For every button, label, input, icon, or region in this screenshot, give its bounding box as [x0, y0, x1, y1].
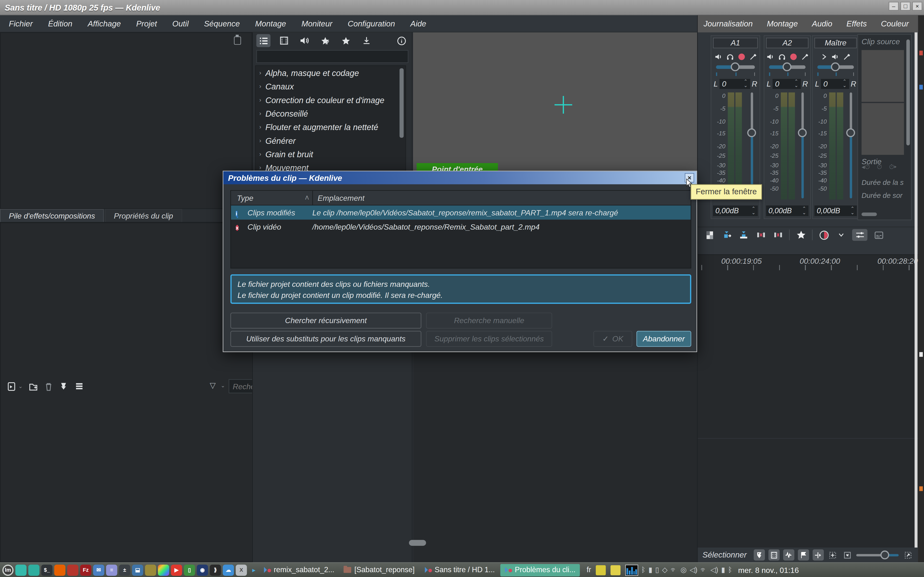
video-thumbnails-icon[interactable] [768, 550, 779, 561]
tab-audio[interactable]: Audio [812, 19, 832, 28]
screenshot-icon[interactable]: ⬓ [132, 564, 144, 575]
close-button[interactable]: × [912, 2, 922, 11]
zoom-fit-icon[interactable] [902, 550, 913, 561]
right-scrollbar[interactable] [914, 32, 918, 548]
filezilla-icon[interactable]: Fz [80, 564, 91, 575]
fx-category[interactable]: ›Alpha, masque et codage [256, 66, 405, 79]
scanner-icon[interactable]: ▯ [184, 564, 195, 575]
track-name[interactable]: A1 [713, 38, 758, 48]
qr-app-icon[interactable] [67, 564, 78, 575]
show-mixer-button[interactable] [852, 229, 867, 241]
usb-writer-icon[interactable] [145, 564, 156, 575]
search-recursively-button[interactable]: Chercher récursivement [231, 313, 421, 329]
menu-projet[interactable]: Projet [136, 19, 157, 28]
color-picker-icon[interactable] [158, 564, 169, 575]
pan-knob[interactable] [731, 63, 740, 71]
create-clip-icon[interactable] [6, 382, 16, 391]
menu-moniteur[interactable]: Moniteur [302, 19, 333, 28]
transitions-icon[interactable] [277, 34, 291, 47]
menu-affichage[interactable]: Affichage [87, 19, 121, 28]
menu-fichier[interactable]: Fichier [9, 19, 33, 28]
taskbar-window-folder[interactable]: [Sabatot_reponse] [340, 564, 419, 576]
subtitle-icon[interactable] [873, 229, 885, 241]
source-scrollbar[interactable] [906, 39, 910, 145]
battery-icon[interactable]: ▮ [721, 566, 725, 574]
sort-indicator-icon[interactable]: ᐱ [305, 195, 309, 201]
filter-chevron-icon[interactable]: ⌄ [221, 383, 225, 388]
custom-effects-icon[interactable] [318, 34, 332, 47]
tab-effets[interactable]: Effets [846, 19, 867, 28]
insert-zone-icon[interactable] [720, 229, 732, 241]
clip-source-title[interactable]: Clip source [858, 35, 911, 47]
effects-search-input[interactable] [256, 50, 408, 63]
panel-pill[interactable] [861, 213, 877, 216]
spin-arrows-icon[interactable]: ⌃⌄ [802, 207, 806, 215]
track-name[interactable]: A2 [766, 38, 809, 48]
chevron-down-icon[interactable] [835, 229, 847, 241]
zone-out-icon[interactable]: ⏱▸ [889, 163, 897, 171]
pan-value-box[interactable]: 0⌃⌄ [821, 79, 849, 89]
table-row[interactable]: i Clips modifiés Le clip /home/lep0le/Vi… [231, 206, 691, 220]
fx-category[interactable]: ›Correction de couleur et d'image [256, 93, 405, 106]
mute-icon[interactable] [766, 53, 773, 60]
clipboard-icon[interactable] [234, 37, 241, 45]
favorite-effects-icon[interactable] [795, 229, 807, 241]
timeline-ruler[interactable]: 00:00:19:05 00:00:24:00 00:00:28:20 [698, 255, 918, 270]
remove-selected-button[interactable]: Supprimer les clips sélectionnés [426, 331, 552, 347]
tab-couleur[interactable]: Couleur [881, 19, 909, 28]
solo-headphones-icon[interactable] [778, 53, 785, 60]
pan-knob[interactable] [831, 63, 840, 71]
files-icon[interactable] [28, 564, 40, 575]
snap-icon[interactable] [813, 550, 824, 561]
battery-icon[interactable]: ▮ [648, 566, 652, 574]
clipboard-tray-icon[interactable]: ▯ [655, 566, 659, 574]
tab-effect-stack[interactable]: Pile d'effets/compositions [0, 209, 104, 222]
bin-menu-icon[interactable] [74, 382, 84, 391]
tag-icon[interactable] [59, 382, 69, 391]
effects-scrollbar[interactable] [399, 68, 404, 138]
media-player-icon[interactable]: ▶ [171, 564, 182, 575]
maximize-button[interactable]: □ [900, 2, 911, 11]
nvidia-icon[interactable]: ◎ [680, 566, 687, 574]
effects-wand-icon[interactable] [801, 53, 808, 60]
pan-knob[interactable] [782, 63, 792, 71]
window-titlebar[interactable]: Sans titre / HD 1080p 25 fps — Kdenlive … [0, 0, 924, 15]
info-icon[interactable] [394, 34, 408, 47]
timeline-tracks[interactable] [698, 270, 918, 548]
zone-in-icon[interactable]: ◂⏱ [861, 163, 870, 171]
track-compositing-icon[interactable] [704, 229, 716, 241]
spin-arrows-icon[interactable]: ⌃⌄ [743, 80, 747, 88]
volume-icon[interactable]: ◁) [710, 566, 718, 574]
taskbar-window-problemes[interactable]: Problèmes du cli... [500, 564, 580, 576]
wifi-icon[interactable]: ᯤ [701, 566, 708, 574]
pan-slider[interactable] [817, 65, 854, 69]
menu-sequence[interactable]: Séquence [204, 19, 240, 28]
spin-arrows-icon[interactable]: ⌃⌄ [851, 207, 855, 215]
menu-montage[interactable]: Montage [255, 19, 286, 28]
download-icon[interactable] [360, 34, 374, 47]
record-icon[interactable] [790, 53, 796, 60]
system-monitor-tray-icon[interactable] [625, 564, 638, 575]
fit-zoom-icon[interactable] [827, 550, 838, 561]
firefox-icon[interactable] [54, 564, 65, 575]
tab-montage[interactable]: Montage [767, 19, 798, 28]
show-desktop-icon[interactable] [15, 564, 27, 575]
favorites-icon[interactable] [339, 34, 353, 47]
marker-flag-icon[interactable] [798, 550, 809, 561]
files-tray-icon[interactable] [611, 565, 620, 575]
shield-icon[interactable]: ◇ [662, 566, 668, 574]
column-type[interactable]: Type ᐱ [231, 193, 312, 202]
overwrite-zone-icon[interactable] [738, 229, 750, 241]
minimize-button[interactable]: – [888, 2, 899, 11]
menu-aide[interactable]: Aide [410, 19, 426, 28]
spin-arrows-icon[interactable]: ⌃⌄ [794, 80, 798, 88]
project-bin-panel[interactable] [0, 32, 252, 209]
display-ruler-tray-icon[interactable] [596, 565, 606, 575]
pan-value-box[interactable]: 0⌃⌄ [720, 79, 750, 89]
tag-tool-icon[interactable] [754, 550, 765, 561]
mail-icon[interactable]: ✉ [93, 564, 105, 575]
audio-effects-icon[interactable] [298, 34, 312, 47]
zoom-knob[interactable] [880, 550, 889, 559]
extract-zone-icon[interactable] [755, 229, 767, 241]
menu-configuration[interactable]: Configuration [348, 19, 395, 28]
